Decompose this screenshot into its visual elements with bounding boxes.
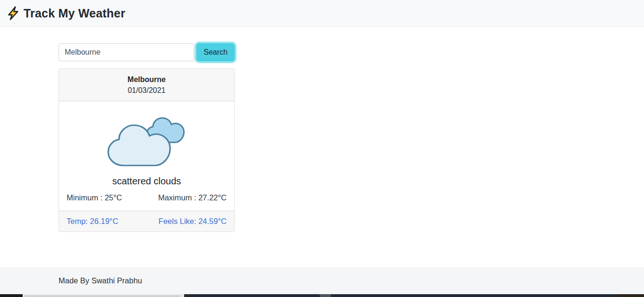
main-content: Search Melbourne 01/03/2021 scattered cl… <box>53 43 591 232</box>
city-search-input[interactable] <box>59 43 194 61</box>
weather-date: 01/03/2021 <box>67 85 227 96</box>
feels-like-temp: Feels Like: 24.59°C <box>159 217 227 226</box>
lightning-bolt-icon <box>6 6 21 21</box>
page-footer: Made By Swathi Prabhu <box>0 267 644 294</box>
maximum-temp: Maximum : 27.22°C <box>158 193 227 202</box>
taskbar-edge-right <box>619 294 644 297</box>
minmax-row: Minimum : 25°C Maximum : 27.22°C <box>67 193 227 202</box>
scattered-clouds-icon <box>107 115 187 172</box>
weather-condition: scattered clouds <box>67 176 227 187</box>
city-name: Melbourne <box>67 74 227 85</box>
app-header: Track My Weather <box>0 0 644 27</box>
weather-card-body: scattered clouds Minimum : 25°C Maximum … <box>59 101 234 211</box>
credit-text: Made By Swathi Prabhu <box>59 276 142 285</box>
taskbar-edge[interactable] <box>0 294 644 297</box>
minimum-temp: Minimum : 25°C <box>67 193 122 202</box>
weather-card: Melbourne 01/03/2021 scattered clouds Mi… <box>59 68 235 232</box>
search-form: Search <box>59 43 235 61</box>
weather-card-header: Melbourne 01/03/2021 <box>59 69 234 101</box>
page-title: Track My Weather <box>24 7 125 20</box>
taskbar-edge-highlight <box>320 294 331 297</box>
horizontal-scrollbar-thumb[interactable] <box>25 295 180 297</box>
current-temp: Temp: 26.19°C <box>67 217 118 226</box>
weather-card-footer: Temp: 26.19°C Feels Like: 24.59°C <box>59 211 234 231</box>
search-button[interactable]: Search <box>196 43 235 61</box>
horizontal-scrollbar-track[interactable] <box>23 294 184 297</box>
taskbar-edge-left <box>0 294 23 297</box>
